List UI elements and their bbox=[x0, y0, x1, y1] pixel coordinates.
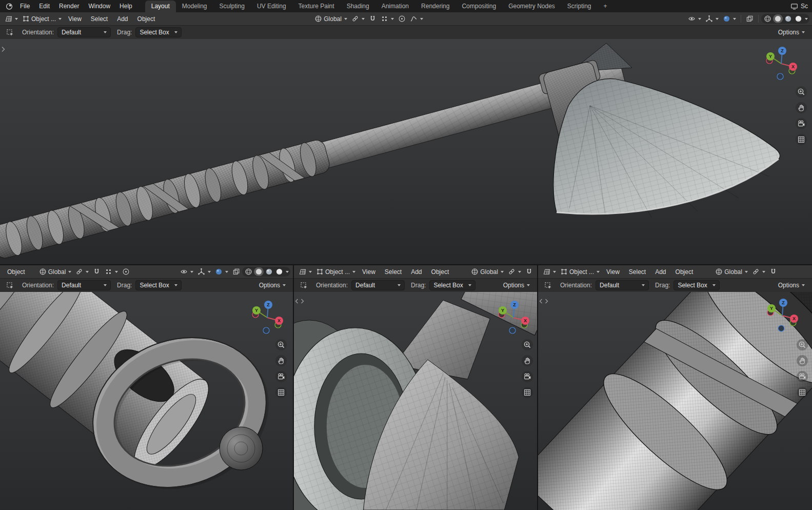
transform-orientation-dropdown[interactable]: Global bbox=[312, 14, 349, 24]
tab-compositing[interactable]: Compositing bbox=[455, 1, 502, 12]
options-dropdown[interactable]: Options bbox=[256, 281, 289, 290]
mode-selector[interactable]: Object ... bbox=[314, 267, 358, 277]
tab-layout[interactable]: Layout bbox=[145, 1, 176, 12]
pan-button[interactable] bbox=[275, 355, 287, 366]
tab-geometry-nodes[interactable]: Geometry Nodes bbox=[502, 1, 561, 12]
shading-solid-button[interactable] bbox=[254, 267, 264, 276]
menu-object[interactable]: Object bbox=[671, 267, 698, 277]
menu-select[interactable]: Select bbox=[86, 14, 112, 24]
tab-add-workspace[interactable]: + bbox=[598, 1, 613, 12]
camera-view-button[interactable] bbox=[796, 118, 807, 129]
tab-shading[interactable]: Shading bbox=[341, 1, 375, 12]
pan-button[interactable] bbox=[796, 102, 807, 113]
navigation-gizmo[interactable]: X Y Z bbox=[764, 46, 799, 81]
menu-object[interactable]: Object bbox=[427, 267, 454, 277]
options-dropdown[interactable]: Options bbox=[775, 281, 808, 290]
tab-modeling[interactable]: Modeling bbox=[176, 1, 213, 12]
scene-selector[interactable]: Sc bbox=[790, 3, 809, 10]
snap-toggle[interactable] bbox=[523, 267, 535, 277]
mode-selector[interactable]: Object ... bbox=[558, 267, 602, 277]
orientation-select[interactable]: Default bbox=[57, 27, 111, 37]
editor-type-button[interactable] bbox=[541, 267, 558, 277]
pan-button[interactable] bbox=[797, 355, 808, 366]
menu-view[interactable]: View bbox=[602, 267, 624, 277]
snap-toggle[interactable] bbox=[91, 267, 103, 277]
area-split-arrows[interactable] bbox=[295, 298, 304, 305]
visibility-dropdown[interactable] bbox=[178, 267, 195, 277]
editor-type-button[interactable] bbox=[296, 267, 314, 277]
zoom-button[interactable] bbox=[796, 86, 807, 97]
navigation-gizmo[interactable]: X Y Z bbox=[250, 300, 285, 335]
options-dropdown[interactable]: Options bbox=[775, 28, 808, 37]
menu-file[interactable]: File bbox=[15, 1, 34, 12]
tab-scripting[interactable]: Scripting bbox=[561, 1, 598, 12]
menu-select[interactable]: Select bbox=[380, 267, 406, 277]
shading-rendered-button[interactable] bbox=[274, 267, 284, 276]
shading-solid-button[interactable] bbox=[773, 14, 783, 23]
menu-view[interactable]: View bbox=[64, 14, 86, 24]
menu-add[interactable]: Add bbox=[406, 267, 426, 277]
zoom-button[interactable] bbox=[797, 339, 808, 350]
tab-uv-editing[interactable]: UV Editing bbox=[251, 1, 292, 12]
drag-select[interactable]: Select Box bbox=[674, 280, 720, 290]
pivot-point-dropdown[interactable] bbox=[73, 267, 91, 277]
camera-view-button[interactable] bbox=[275, 371, 287, 382]
navigation-gizmo[interactable]: X Y Z bbox=[765, 298, 800, 333]
pan-button[interactable] bbox=[522, 355, 533, 366]
visibility-dropdown[interactable] bbox=[686, 14, 703, 24]
pivot-point-dropdown[interactable] bbox=[349, 14, 367, 24]
ortho-toggle-button[interactable] bbox=[797, 387, 808, 398]
snap-toggle[interactable] bbox=[767, 267, 779, 277]
pivot-point-dropdown[interactable] bbox=[750, 267, 767, 277]
camera-view-button[interactable] bbox=[522, 371, 533, 382]
menu-object[interactable]: Object bbox=[3, 267, 30, 277]
orientation-select[interactable]: Default bbox=[351, 280, 405, 290]
snap-toggle[interactable] bbox=[367, 14, 379, 24]
drag-select[interactable]: Select Box bbox=[429, 280, 476, 290]
shading-material-button[interactable] bbox=[264, 267, 274, 276]
active-tool-button[interactable] bbox=[542, 281, 554, 290]
shading-wireframe-button[interactable] bbox=[244, 267, 253, 276]
zoom-button[interactable] bbox=[275, 339, 287, 350]
snap-settings-dropdown[interactable] bbox=[379, 14, 396, 24]
sidebar-toggle-button[interactable] bbox=[1, 46, 5, 54]
editor-type-button[interactable] bbox=[3, 14, 20, 24]
tab-texture-paint[interactable]: Texture Paint bbox=[292, 1, 341, 12]
proportional-falloff-dropdown[interactable] bbox=[408, 14, 425, 24]
menu-view[interactable]: View bbox=[358, 267, 380, 277]
active-tool-button[interactable] bbox=[298, 281, 310, 290]
menu-add[interactable]: Add bbox=[112, 14, 132, 24]
app-menu-button[interactable] bbox=[3, 2, 15, 10]
menu-select[interactable]: Select bbox=[624, 267, 650, 277]
ortho-toggle-button[interactable] bbox=[522, 387, 533, 398]
mode-selector[interactable]: Object ... bbox=[20, 14, 64, 24]
overlays-dropdown[interactable] bbox=[721, 14, 738, 24]
xray-toggle[interactable] bbox=[230, 267, 242, 277]
active-tool-button[interactable] bbox=[4, 28, 16, 37]
ortho-toggle-button[interactable] bbox=[796, 134, 807, 145]
drag-select[interactable]: Select Box bbox=[135, 27, 182, 37]
tab-rendering[interactable]: Rendering bbox=[415, 1, 455, 12]
shading-rendered-button[interactable] bbox=[794, 14, 803, 23]
menu-edit[interactable]: Edit bbox=[34, 1, 54, 12]
shading-wireframe-button[interactable] bbox=[763, 14, 773, 23]
pivot-point-dropdown[interactable] bbox=[506, 267, 523, 277]
orientation-select[interactable]: Default bbox=[596, 280, 649, 290]
transform-orientation-dropdown[interactable]: Global bbox=[713, 267, 750, 277]
menu-add[interactable]: Add bbox=[650, 267, 670, 277]
navigation-gizmo[interactable]: X Y Z bbox=[496, 300, 531, 335]
br-3d-viewport[interactable]: X Y Z bbox=[538, 292, 812, 510]
tab-animation[interactable]: Animation bbox=[375, 1, 415, 12]
bl-3d-viewport[interactable]: X Y Z bbox=[0, 292, 293, 510]
show-gizmo-dropdown[interactable] bbox=[703, 14, 721, 24]
options-dropdown[interactable]: Options bbox=[500, 281, 533, 290]
orientation-select[interactable]: Default bbox=[57, 280, 111, 290]
active-tool-button[interactable] bbox=[4, 281, 16, 290]
overlays-dropdown[interactable] bbox=[213, 267, 230, 277]
menu-window[interactable]: Window bbox=[84, 1, 115, 12]
show-gizmo-dropdown[interactable] bbox=[195, 267, 213, 277]
tab-sculpting[interactable]: Sculpting bbox=[213, 1, 251, 12]
proportional-editing-toggle[interactable] bbox=[396, 14, 408, 24]
main-3d-viewport[interactable]: X Y Z bbox=[0, 39, 812, 264]
transform-orientation-dropdown[interactable]: Global bbox=[37, 267, 74, 277]
